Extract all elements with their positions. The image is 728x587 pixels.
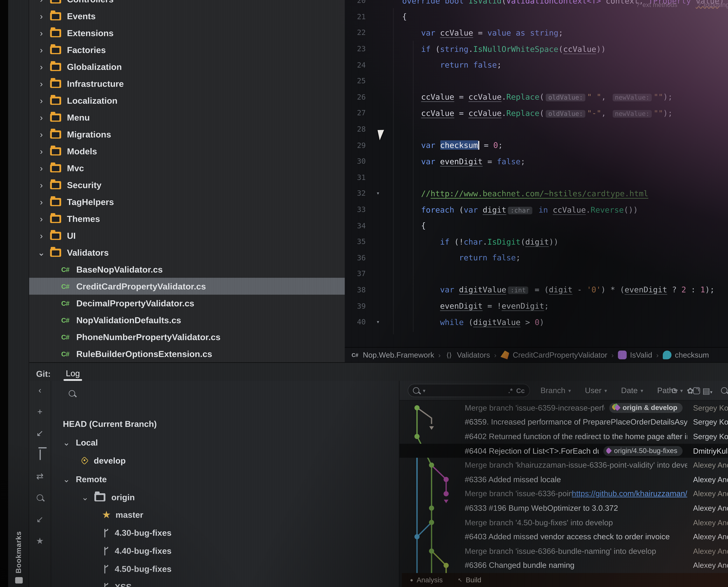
tree-folder-controllers[interactable]: ›Controllers — [29, 0, 345, 7]
intellisort-icon[interactable]: ▤▾ — [702, 386, 712, 395]
editor-line-30[interactable]: 30 var evenDigit = false; — [345, 153, 728, 169]
refresh-icon[interactable]: ⟳ — [671, 386, 678, 395]
editor-line-23[interactable]: 23 if (string.IsNullOrWhiteSpace(ccValue… — [345, 41, 728, 56]
tree-file-rulebuilderoptionsextension-cs[interactable]: C#RuleBuilderOptionsExtension.cs — [29, 345, 345, 362]
editor-line-29[interactable]: 29 var checksum = 0; — [345, 137, 728, 153]
editor-line-34[interactable]: 34 { — [345, 217, 728, 233]
tree-folder-taghelpers[interactable]: ›TagHelpers — [29, 193, 345, 210]
breadcrumb-item-nop.web.framework[interactable]: C#Nop.Web.Framework — [351, 351, 434, 359]
commit-row-2[interactable]: #6359. Increased performance of PrepareP… — [400, 415, 728, 429]
compare-icon[interactable]: ⇄ — [36, 472, 44, 481]
filter-user[interactable]: User▾ — [585, 386, 607, 395]
fold-marker-icon[interactable]: ▾ — [373, 319, 383, 325]
branch-item-develop[interactable]: develop — [81, 454, 126, 468]
commit-row-4[interactable]: #6404 Rejection of List<T>.ForEach due t… — [400, 444, 728, 458]
tree-folder-security[interactable]: ›Security — [29, 177, 345, 193]
commit-row-3[interactable]: #6402 Returned function of the redirect … — [400, 429, 728, 444]
branch-item-4-50-bug-fixes[interactable]: 4.50-bug-fixes — [102, 562, 171, 576]
tab-log[interactable]: Log — [66, 369, 80, 378]
editor-line-35[interactable]: 35 if (!char.IsDigit(digit)) — [345, 234, 728, 250]
tree-folder-mvc[interactable]: ›Mvc — [29, 160, 345, 177]
editor-line-24[interactable]: 24 return false; — [345, 57, 728, 73]
delete-icon[interactable] — [39, 450, 41, 460]
editor-line-32[interactable]: 32▾ //http://www.beachnet.com/~hstiles/c… — [345, 185, 728, 201]
editor-line-21[interactable]: 21 { — [345, 8, 728, 24]
branch-item-local[interactable]: ⌄Local — [63, 436, 98, 450]
match-case-toggle[interactable]: Cc — [516, 387, 525, 394]
editor-line-25[interactable]: 25 — [345, 73, 728, 89]
tree-file-basenopvalidator-cs[interactable]: C#BaseNopValidator.cs — [29, 261, 345, 278]
editor-line-26[interactable]: 26 ccValue = ccValue.Replace(oldValue:" … — [345, 89, 728, 105]
tree-folder-validators[interactable]: ⌄Validators — [29, 244, 345, 261]
tree-file-phonenumberpropertyvalidator-cs[interactable]: C#PhoneNumberPropertyValidator.cs — [29, 328, 345, 345]
editor-line-36[interactable]: 36 return false; — [345, 250, 728, 265]
tree-folder-infrastructure[interactable]: ›Infrastructure — [29, 75, 345, 92]
breadcrumb-item-isvalid[interactable]: IsValid — [618, 351, 652, 359]
commit-row-12[interactable]: #6366 Changed bundle namingAlexey Anokhi… — [400, 558, 728, 572]
branch-search-icon[interactable] — [69, 390, 75, 397]
filter-branch[interactable]: Branch▾ — [540, 386, 571, 395]
tree-file-nopvalidationdefaults-cs[interactable]: C#NopValidationDefaults.cs — [29, 311, 345, 328]
commit-row-8[interactable]: #6333 #196 Bump WebOptimizer to 3.0.372A… — [400, 501, 728, 515]
breadcrumb-item-validators[interactable]: ⟨⟩Validators — [445, 351, 490, 359]
regex-toggle[interactable]: .* — [508, 387, 513, 394]
fold-marker-icon[interactable]: ▾ — [373, 190, 383, 196]
branch-item-origin[interactable]: ⌄origin — [81, 490, 135, 504]
cherry-pick-icon[interactable]: ✿ — [687, 386, 694, 395]
commit-row-1[interactable]: Merge branch 'issue-6359-increase-perfor… — [400, 401, 728, 415]
code-editor[interactable]: 20 override bool IsValid(ValidationConte… — [345, 0, 728, 362]
branch-item-master[interactable]: ★master — [102, 508, 143, 522]
tree-file-creditcardpropertyvalidator-cs[interactable]: C#CreditCardPropertyValidator.cs — [29, 278, 345, 295]
branch-item-4-40-bug-fixes[interactable]: 4.40-bug-fixes — [102, 544, 171, 558]
tree-folder-events[interactable]: ›Events — [29, 7, 345, 24]
ref-chip-origin-4-50-bug-fixes[interactable]: origin/4.50-bug-fixes — [604, 446, 683, 456]
editor-line-27[interactable]: 27 ccValue = ccValue.Replace(oldValue:"-… — [345, 105, 728, 121]
editor-line-33[interactable]: 33 foreach (var digit:char in ccValue.Re… — [345, 201, 728, 217]
breadcrumb-item-creditcardpropertyvalidator[interactable]: CreditCardPropertyValidator — [500, 351, 607, 359]
code-vision-hints[interactable]: ?ext methods?exposing APIs — [636, 1, 728, 8]
commit-row-9[interactable]: Merge branch '4.50-bug-fixes' into devel… — [400, 515, 728, 530]
tree-folder-migrations[interactable]: ›Migrations — [29, 126, 345, 143]
tree-folder-globalization[interactable]: ›Globalization — [29, 58, 345, 75]
branch-item-remote[interactable]: ⌄Remote — [63, 472, 107, 486]
editor-line-40[interactable]: 40▾ while (digitValue > 0) — [345, 314, 728, 330]
arrow-down-left-icon[interactable]: ↙ — [36, 429, 44, 438]
editor-line-22[interactable]: 22 var ccValue = value as string; — [345, 25, 728, 41]
editor-line-28[interactable]: 28 — [345, 121, 728, 137]
tree-folder-localization[interactable]: ›Localization — [29, 92, 345, 109]
search-commit-icon[interactable] — [721, 386, 728, 395]
collapse-icon[interactable]: ‹ — [39, 385, 41, 395]
tree-folder-models[interactable]: ›Models — [29, 143, 345, 160]
checkout-icon[interactable]: ↙ — [36, 515, 44, 524]
favorite-icon[interactable]: ★ — [36, 536, 44, 546]
tree-folder-ui[interactable]: ›UI — [29, 227, 345, 244]
code-vision-hint[interactable]: ?ext methods — [636, 1, 677, 8]
breadcrumb-item-checksum[interactable]: checksum — [663, 351, 709, 359]
tree-file-decimalpropertyvalidator-cs[interactable]: C#DecimalPropertyValidator.cs — [29, 295, 345, 311]
branch-item-head-current-branch-[interactable]: HEAD (Current Branch) — [63, 417, 157, 431]
editor-line-39[interactable]: 39 evenDigit = !evenDigit; — [345, 298, 728, 314]
editor-line-31[interactable]: 31 — [345, 169, 728, 185]
ref-chip-origin-develop[interactable]: origin & develop — [609, 403, 683, 413]
search-icon[interactable] — [37, 493, 43, 502]
commit-row-7[interactable]: Merge branch 'issue-6336-point-validity'… — [400, 487, 728, 501]
tree-folder-themes[interactable]: ›Themes — [29, 210, 345, 227]
commit-row-10[interactable]: #6403 Added missed vendor access check t… — [400, 530, 728, 544]
commit-link[interactable]: https://github.com/khairuzzaman/ — [572, 490, 687, 498]
tree-folder-extensions[interactable]: ›Extensions — [29, 24, 345, 41]
branch-item-xss[interactable]: XSS — [102, 580, 132, 587]
add-icon[interactable]: + — [37, 407, 42, 416]
editor-line-38[interactable]: 38 var digitValue:int = (digit - '0') * … — [345, 282, 728, 298]
branch-item-4-30-bug-fixes[interactable]: 4.30-bug-fixes — [102, 526, 171, 540]
tree-folder-factories[interactable]: ›Factories — [29, 41, 345, 58]
code-vision-hint[interactable]: ?exposing APIs — [697, 1, 728, 8]
commit-row-11[interactable]: Merge branch 'issue-6366-bundle-naming' … — [400, 544, 728, 558]
analysis-indicator[interactable]: ●Analysis — [410, 576, 443, 584]
editor-line-37[interactable]: 37 — [345, 265, 728, 282]
commit-row-5[interactable]: Merge branch 'khairuzzaman-issue-6336-po… — [400, 458, 728, 472]
tree-folder-menu[interactable]: ›Menu — [29, 109, 345, 126]
build-indicator[interactable]: ↖Build — [458, 576, 482, 584]
commit-search-input[interactable]: ▾ .* Cc — [408, 384, 530, 397]
filter-date[interactable]: Date▾ — [621, 386, 643, 395]
commit-row-6[interactable]: #6336 Added missed localeAlexey Anokhin1… — [400, 472, 728, 487]
